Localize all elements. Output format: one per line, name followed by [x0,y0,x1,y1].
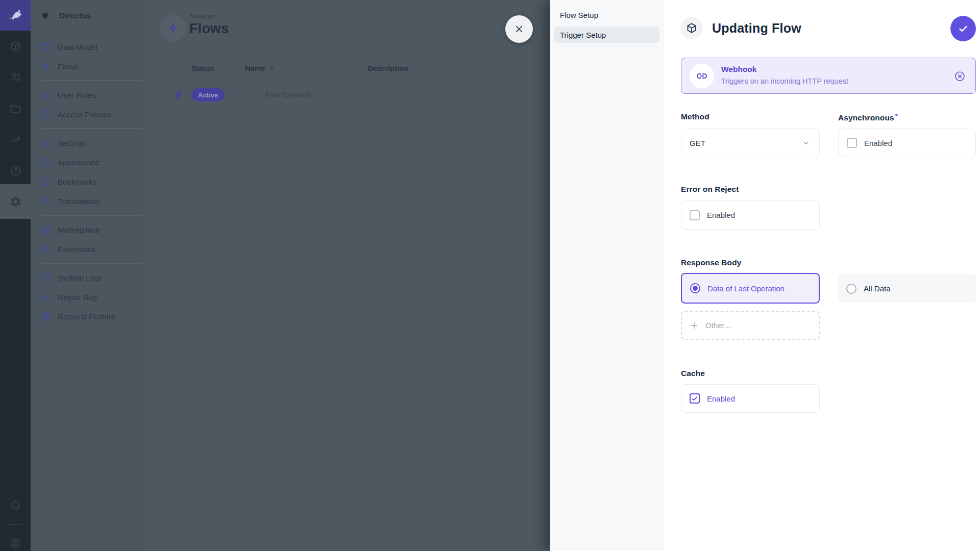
webhook-trigger-card[interactable]: Webhook Triggers on an incoming HTTP req… [681,58,976,94]
checkbox-checked-icon[interactable] [690,393,700,404]
error-on-reject-label: Error on Reject [681,185,739,194]
radio-selected-icon[interactable] [690,283,700,293]
bug-icon [40,292,51,303]
notifications-bell-icon [9,499,22,512]
users-icon [9,71,22,84]
palette-icon [40,157,51,168]
sidebar-item-bookmarks[interactable]: Bookmarks [31,172,145,191]
method-value: GET [690,139,705,147]
cache-enabled-label: Enabled [707,394,735,403]
divider [41,128,142,129]
response-body-other-option[interactable]: Other... [681,311,820,340]
flows-header-icon-circle [160,15,187,41]
sidebar-item-label: Translations [58,197,100,206]
radio-option-label: All Data [864,284,891,293]
user-menu-button[interactable] [0,530,31,551]
asynchronous-label-text: Asynchronous [838,113,894,122]
bolt-icon [167,21,180,35]
drawer-close-button[interactable] [505,15,533,43]
error-on-reject-checkbox-field[interactable]: Enabled [681,201,820,230]
shapes-icon [40,244,51,255]
column-header-status[interactable]: Status [191,64,214,72]
response-body-option-all-data[interactable]: All Data [838,274,976,303]
drawer-nav-trigger-setup[interactable]: Trigger Setup [554,27,659,43]
trigger-card-subtitle: Triggers on an incoming HTTP request [721,77,848,85]
drawer-nav-flow-setup[interactable]: Flow Setup [554,7,659,23]
updating-flow-drawer: Flow Setup Trigger Setup Updating Flow W… [550,0,980,551]
shield-check-icon [40,109,51,120]
sidebar-item-request-feature[interactable]: Request Feature [31,307,145,326]
error-on-reject-enabled-label: Enabled [707,211,735,219]
flow-row-name[interactable]: Post Created [265,90,310,99]
method-label: Method [681,112,709,121]
column-header-name[interactable]: Name [245,64,277,72]
insights-icon [9,133,22,146]
radio-unselected-icon[interactable] [846,284,856,294]
method-select[interactable]: GET [681,129,820,157]
divider [41,215,142,216]
module-content[interactable] [0,31,31,62]
drawer-content: Updating Flow Webhook Triggers on an inc… [664,0,980,551]
gift-icon [40,311,51,322]
check-icon [957,22,969,35]
project-name-label: Directus [59,11,91,20]
sidebar-item-label: Extensions [58,245,95,254]
module-files[interactable] [0,93,31,124]
module-help[interactable] [0,155,31,186]
sidebar: Directus Data Model Flows User Roles Acc… [31,0,145,551]
asynchronous-checkbox-field[interactable]: Enabled [838,129,976,157]
sidebar-item-appearance[interactable]: Appearance [31,153,145,172]
box-icon [9,40,22,53]
trigger-card-title: Webhook [721,65,756,74]
required-asterisk: * [895,112,898,120]
sidebar-item-flows[interactable]: Flows [31,57,145,76]
circled-x-icon [953,70,966,83]
sidebar-item-user-roles[interactable]: User Roles [31,85,145,105]
help-icon [9,164,22,177]
chevron-down-icon [801,138,811,148]
plus-icon [689,320,699,331]
sidebar-item-translations[interactable]: Translations [31,191,145,211]
sidebar-item-label: System Logs [58,273,103,282]
sidebar-item-system-logs[interactable]: System Logs [31,268,145,287]
save-button[interactable] [950,16,976,41]
checkbox-unchecked-icon[interactable] [690,210,700,220]
sidebar-item-settings[interactable]: Settings [31,133,145,153]
sidebar-item-report-bug[interactable]: Report Bug [31,287,145,307]
user-roles-icon [40,90,51,101]
sidebar-item-extensions[interactable]: Extensions [31,239,145,259]
module-users[interactable] [0,62,31,93]
sidebar-item-access-policies[interactable]: Access Policies [31,105,145,124]
main-content: Settings Flows Status Name Description A… [145,0,550,551]
sidebar-nav: Data Model Flows User Roles Access Polic… [31,37,145,326]
response-body-option-data-of-last-operation[interactable]: Data of Last Operation [681,273,820,304]
sidebar-item-marketplace[interactable]: Marketplace [31,220,145,239]
sidebar-item-label: Request Feature [58,312,115,321]
module-settings[interactable] [0,184,31,219]
cache-checkbox-field[interactable]: Enabled [681,384,820,413]
link-icon [696,70,708,82]
column-header-description[interactable]: Description [368,64,408,72]
sort-icon [270,65,277,72]
settings-gear-icon [9,195,22,208]
sidebar-item-label: Report Bug [58,293,97,302]
column-header-name-label: Name [245,64,265,72]
diamond-icon [40,11,59,21]
page-title: Flows [189,21,229,37]
sidebar-item-label: Appearance [58,158,100,167]
rabbit-logo-icon [6,6,24,24]
remove-trigger-button[interactable] [953,70,966,83]
module-insights[interactable] [0,124,31,155]
breadcrumb[interactable]: Settings [190,13,215,20]
directus-logo[interactable] [0,0,31,31]
project-switcher[interactable]: Directus [31,0,145,32]
box-icon [685,22,698,34]
sidebar-item-data-model[interactable]: Data Model [31,37,145,57]
notifications-button[interactable] [0,492,31,518]
checkbox-unchecked-icon[interactable] [847,138,857,148]
asynchronous-enabled-label: Enabled [864,139,892,147]
sidebar-item-label: Access Policies [58,110,112,119]
other-option-label: Other... [705,321,730,330]
module-bar [0,0,31,551]
bolt-icon [40,61,51,72]
